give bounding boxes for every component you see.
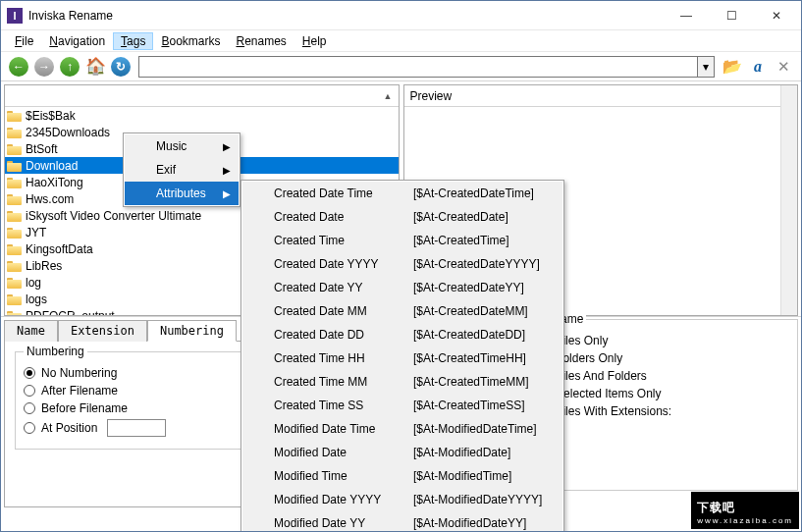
- folder-icon: [7, 277, 22, 289]
- option-label: No Numbering: [41, 366, 117, 380]
- radio-icon: [24, 367, 35, 379]
- maximize-button[interactable]: ☐: [709, 2, 754, 29]
- attribute-name: Modified Date YYYY: [274, 493, 413, 506]
- attributes-submenu: Created Date Time[$At-CreatedDateTime]Cr…: [241, 180, 564, 532]
- submenu-label: Exif: [156, 163, 176, 177]
- preview-column-header[interactable]: Preview: [404, 85, 798, 107]
- file-name: HaoXiTong: [26, 176, 83, 189]
- source-column-header[interactable]: ▲: [5, 85, 399, 107]
- attribute-name: Created Time HH: [274, 351, 413, 365]
- attribute-name: Created Date DD: [274, 328, 413, 342]
- menu-navigation[interactable]: Navigation: [41, 32, 113, 50]
- file-name: PDFOCR_output: [26, 309, 115, 317]
- tags-menu-item-music[interactable]: Music▶: [125, 134, 239, 158]
- attribute-item[interactable]: Created Date DD[$At-CreatedDateDD]: [242, 323, 562, 346]
- radio-icon: [24, 422, 35, 434]
- rename-option[interactable]: Selected Items Only: [538, 387, 787, 400]
- address-dropdown[interactable]: ▾: [697, 56, 715, 78]
- folder-icon: [7, 243, 22, 255]
- minimize-button[interactable]: —: [664, 2, 709, 29]
- attribute-item[interactable]: Created Time MM[$At-CreatedTimeMM]: [242, 370, 562, 394]
- attribute-tag: [$At-CreatedDateDD]: [413, 328, 525, 342]
- watermark: 下载吧 www.xiazaiba.com: [691, 492, 799, 529]
- nav-refresh-button[interactable]: ↻: [109, 55, 133, 79]
- menu-help[interactable]: Help: [294, 32, 335, 50]
- attribute-name: Created Date: [274, 210, 413, 224]
- rename-option[interactable]: Folders Only: [538, 351, 787, 365]
- rename-option[interactable]: Files With Extensions:: [538, 404, 787, 418]
- option-label: Before Filename: [41, 401, 128, 415]
- attribute-item[interactable]: Modified Date YYYY[$At-ModifiedDateYYYY]: [242, 488, 562, 511]
- attribute-item[interactable]: Created Time[$At-CreatedTime]: [242, 229, 562, 252]
- attribute-item[interactable]: Created Date YY[$At-CreatedDateYY]: [242, 276, 562, 299]
- attribute-item[interactable]: Created Date[$At-CreatedDate]: [242, 205, 562, 229]
- tab-extension[interactable]: Extension: [58, 320, 147, 342]
- folder-icon: [7, 110, 22, 122]
- attribute-item[interactable]: Created Date MM[$At-CreatedDateMM]: [242, 299, 562, 323]
- folder-icon: [7, 260, 22, 272]
- attribute-tag: [$At-CreatedTimeSS]: [413, 399, 525, 412]
- tab-name[interactable]: Name: [4, 320, 58, 342]
- attribute-name: Created Date YYYY: [274, 257, 413, 271]
- preview-column-label: Preview: [410, 89, 453, 103]
- submenu-label: Attributes: [156, 186, 206, 200]
- watermark-url: www.xiazaiba.com: [697, 516, 793, 525]
- file-name: Hws.com: [26, 192, 74, 206]
- settings-button[interactable]: ✕: [772, 55, 795, 79]
- rename-option[interactable]: Files And Folders: [538, 369, 787, 383]
- tags-menu-item-attributes[interactable]: Attributes▶: [125, 182, 239, 205]
- font-icon: a: [754, 58, 762, 76]
- nav-home-button[interactable]: 🏠: [83, 55, 107, 79]
- attribute-tag: [$At-ModifiedDateYYYY]: [413, 493, 542, 506]
- attribute-item[interactable]: Created Time SS[$At-CreatedTimeSS]: [242, 394, 562, 417]
- file-name: JYT: [26, 226, 46, 239]
- tags-menu-item-exif[interactable]: Exif▶: [125, 158, 239, 182]
- attribute-name: Created Time: [274, 234, 413, 247]
- font-button[interactable]: a: [746, 55, 770, 79]
- attribute-item[interactable]: Modified Date[$At-ModifiedDate]: [242, 441, 562, 464]
- attribute-item[interactable]: Created Date Time[$At-CreatedDateTime]: [242, 182, 562, 205]
- attribute-item[interactable]: Created Date YYYY[$At-CreatedDateYYYY]: [242, 252, 562, 276]
- attribute-name: Modified Date Time: [274, 422, 413, 436]
- folder-open-icon: 📂: [722, 57, 742, 76]
- file-name: Download: [26, 159, 78, 173]
- folder-icon: [7, 127, 22, 138]
- attribute-name: Modified Date: [274, 446, 413, 459]
- attribute-tag: [$At-CreatedTimeMM]: [413, 375, 529, 389]
- attribute-tag: [$At-ModifiedDateTime]: [413, 422, 537, 436]
- menu-tags[interactable]: Tags: [113, 32, 153, 50]
- folder-icon: [7, 293, 22, 305]
- nav-up-button[interactable]: ↑: [58, 55, 81, 79]
- attribute-item[interactable]: Modified Date YY[$At-ModifiedDateYY]: [242, 511, 562, 532]
- attribute-item[interactable]: Modified Date Time[$At-ModifiedDateTime]: [242, 417, 562, 441]
- attribute-name: Modified Date YY: [274, 516, 413, 530]
- at-position-input[interactable]: [107, 419, 166, 437]
- attribute-tag: [$At-CreatedDateTime]: [413, 186, 534, 200]
- menu-file[interactable]: File: [7, 32, 41, 50]
- menu-bookmarks[interactable]: Bookmarks: [153, 32, 228, 50]
- file-name: logs: [26, 293, 47, 306]
- tab-numbering[interactable]: Numbering: [147, 320, 237, 342]
- open-folder-button[interactable]: 📂: [721, 55, 744, 79]
- window-title: Inviska Rename: [28, 9, 664, 23]
- attribute-item[interactable]: Modified Time[$At-ModifiedTime]: [242, 464, 562, 488]
- tags-submenu: Music▶Exif▶Attributes▶: [123, 133, 241, 207]
- folder-icon: [7, 227, 22, 239]
- close-button[interactable]: ✕: [754, 2, 799, 29]
- file-row[interactable]: $Eis$Bak: [5, 107, 399, 124]
- option-label: Files And Folders: [556, 369, 647, 383]
- scrollbar[interactable]: [780, 85, 797, 315]
- attribute-item[interactable]: Created Time HH[$At-CreatedTimeHH]: [242, 346, 562, 370]
- rename-option[interactable]: Files Only: [538, 334, 787, 347]
- nav-forward-button[interactable]: →: [32, 55, 56, 79]
- nav-back-button[interactable]: ←: [7, 55, 30, 79]
- folder-icon: [7, 160, 22, 172]
- radio-icon: [24, 402, 35, 414]
- attribute-tag: [$At-ModifiedTime]: [413, 469, 511, 483]
- address-input[interactable]: [138, 56, 697, 78]
- file-name: log: [26, 276, 41, 290]
- menu-renames[interactable]: Renames: [228, 32, 294, 50]
- attribute-tag: [$At-CreatedDateYYYY]: [413, 257, 540, 271]
- radio-icon: [24, 385, 35, 397]
- option-label: Files With Extensions:: [556, 404, 671, 418]
